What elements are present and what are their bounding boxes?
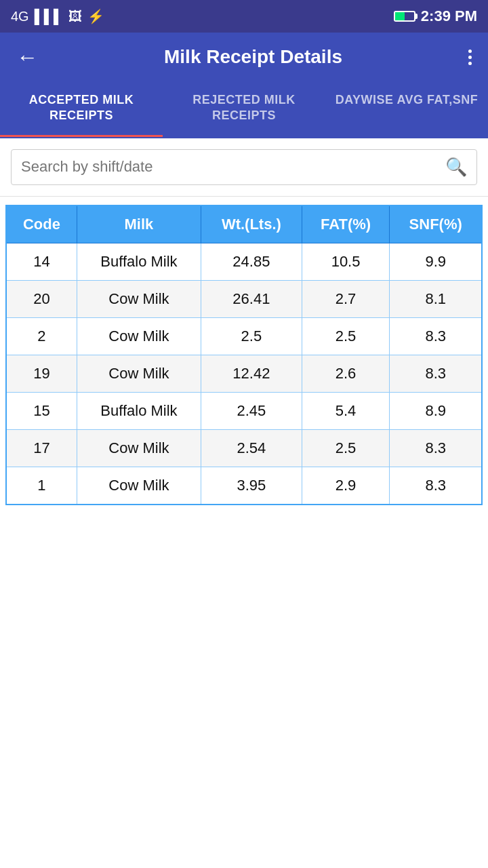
cell-fat: 5.4 — [302, 392, 390, 429]
cell-milk: Cow Milk — [77, 429, 201, 467]
tabs-container: ACCEPTED MILK RECEIPTS REJECTED MILK REC… — [0, 81, 488, 138]
cell-milk: Buffalo Milk — [77, 392, 201, 429]
cell-fat: 2.6 — [302, 355, 390, 392]
table-row: 1Cow Milk3.952.98.3 — [6, 467, 482, 505]
cell-snf: 8.9 — [390, 392, 482, 429]
signal-text: 4G — [11, 9, 29, 24]
table-header-row: Code Milk Wt.(Lts.) FAT(%) SNF(%) — [6, 205, 482, 243]
cell-snf: 8.3 — [390, 467, 482, 505]
app-bar: ← Milk Receipt Details — [0, 33, 488, 81]
table-row: 2Cow Milk2.52.58.3 — [6, 317, 482, 355]
cell-snf: 8.1 — [390, 280, 482, 317]
col-weight: Wt.(Lts.) — [201, 205, 302, 243]
tab-daywise-avg[interactable]: DAYWISE AVG FAT,SNF — [325, 81, 488, 137]
cell-fat: 2.9 — [302, 467, 390, 505]
search-box: 🔍 — [11, 149, 477, 185]
back-button[interactable]: ← — [11, 39, 43, 75]
cell-weight: 2.54 — [201, 429, 302, 467]
cell-fat: 10.5 — [302, 243, 390, 280]
cell-weight: 26.41 — [201, 280, 302, 317]
cell-milk: Cow Milk — [77, 317, 201, 355]
tab-accepted-milk-receipts[interactable]: ACCEPTED MILK RECEIPTS — [0, 81, 163, 137]
col-code: Code — [6, 205, 77, 243]
cell-milk: Cow Milk — [77, 467, 201, 505]
cell-weight: 2.45 — [201, 392, 302, 429]
cell-code: 19 — [6, 355, 77, 392]
cell-milk: Cow Milk — [77, 280, 201, 317]
cell-weight: 24.85 — [201, 243, 302, 280]
cell-weight: 12.42 — [201, 355, 302, 392]
image-icon: 🖼 — [68, 9, 82, 24]
col-snf: SNF(%) — [390, 205, 482, 243]
cell-fat: 2.7 — [302, 280, 390, 317]
signal-area: 4G ▌▌▌ 🖼 ⚡ — [11, 8, 104, 24]
table-row: 20Cow Milk26.412.78.1 — [6, 280, 482, 317]
cell-fat: 2.5 — [302, 429, 390, 467]
cell-fat: 2.5 — [302, 317, 390, 355]
milk-receipts-table: Code Milk Wt.(Lts.) FAT(%) SNF(%) 14Buff… — [5, 205, 483, 505]
page-title: Milk Receipt Details — [54, 46, 452, 68]
cell-snf: 8.3 — [390, 355, 482, 392]
cell-weight: 2.5 — [201, 317, 302, 355]
battery-icon — [394, 11, 415, 22]
time-display: 2:39 PM — [421, 7, 477, 25]
cell-snf: 8.3 — [390, 429, 482, 467]
cell-snf: 8.3 — [390, 317, 482, 355]
col-fat: FAT(%) — [302, 205, 390, 243]
search-input[interactable] — [21, 158, 445, 176]
time-area: 2:39 PM — [394, 7, 477, 25]
tab-rejected-milk-receipts[interactable]: REJECTED MILK RECEIPTS — [163, 81, 325, 137]
col-milk: Milk — [77, 205, 201, 243]
search-container: 🔍 — [0, 138, 488, 197]
table-row: 15Buffalo Milk2.455.48.9 — [6, 392, 482, 429]
table-row: 17Cow Milk2.542.58.3 — [6, 429, 482, 467]
table-container: Code Milk Wt.(Lts.) FAT(%) SNF(%) 14Buff… — [0, 197, 488, 513]
cell-code: 17 — [6, 429, 77, 467]
cell-code: 15 — [6, 392, 77, 429]
cell-weight: 3.95 — [201, 467, 302, 505]
signal-bars-icon: ▌▌▌ — [35, 9, 64, 24]
cell-milk: Cow Milk — [77, 355, 201, 392]
cell-milk: Buffalo Milk — [77, 243, 201, 280]
cell-code: 20 — [6, 280, 77, 317]
cell-code: 2 — [6, 317, 77, 355]
status-bar: 4G ▌▌▌ 🖼 ⚡ 2:39 PM — [0, 0, 488, 33]
cell-snf: 9.9 — [390, 243, 482, 280]
usb-icon: ⚡ — [87, 8, 104, 24]
cell-code: 14 — [6, 243, 77, 280]
cell-code: 1 — [6, 467, 77, 505]
table-row: 19Cow Milk12.422.68.3 — [6, 355, 482, 392]
search-icon: 🔍 — [445, 157, 467, 178]
more-options-button[interactable] — [463, 44, 477, 71]
table-row: 14Buffalo Milk24.8510.59.9 — [6, 243, 482, 280]
